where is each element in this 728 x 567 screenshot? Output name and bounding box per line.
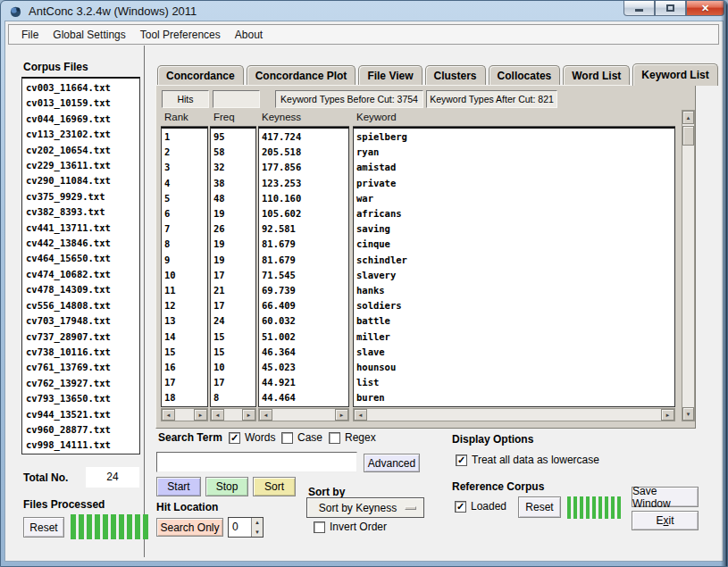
freq-cell[interactable]: 17 bbox=[213, 268, 255, 283]
freq-hscrollbar[interactable]: ◄ ► bbox=[210, 408, 256, 421]
freq-cell[interactable]: 15 bbox=[213, 329, 255, 345]
corpus-file-item[interactable]: cv703_17948.txt bbox=[26, 313, 139, 329]
vscroll-thumb[interactable] bbox=[682, 126, 694, 146]
keyness-cell[interactable]: 46.364 bbox=[262, 345, 348, 360]
tab[interactable]: Collocates bbox=[489, 65, 561, 86]
keyword-cell[interactable]: hounsou bbox=[356, 360, 674, 375]
corpus-file-item[interactable]: cv290_11084.txt bbox=[26, 173, 139, 188]
freq-cell[interactable]: 24 bbox=[213, 313, 255, 329]
corpus-file-item[interactable]: cv441_13711.txt bbox=[26, 221, 139, 236]
freq-list[interactable]: 95583238481926191917211724151510178 bbox=[210, 127, 256, 407]
keyword-cell[interactable]: slavery bbox=[356, 268, 674, 283]
keyword-cell[interactable]: slave bbox=[356, 345, 674, 360]
corpus-file-item[interactable]: cv229_13611.txt bbox=[26, 158, 139, 173]
tab[interactable]: Clusters bbox=[425, 65, 486, 86]
corpus-file-item[interactable]: cv944_13521.txt bbox=[26, 407, 139, 422]
tab[interactable]: File View bbox=[358, 65, 422, 86]
rank-cell[interactable]: 7 bbox=[164, 221, 207, 237]
freq-cell[interactable]: 95 bbox=[213, 129, 255, 145]
files-processed-reset-button[interactable]: Reset bbox=[23, 517, 64, 538]
corpus-file-item[interactable]: cv202_10654.txt bbox=[26, 143, 139, 158]
keyword-cell[interactable]: battle bbox=[356, 313, 674, 329]
keyword-cell[interactable]: amistad bbox=[356, 160, 674, 175]
keyword-vscrollbar[interactable]: ▲ ▼ bbox=[682, 110, 695, 421]
corpus-files-list[interactable]: cv003_11664.txtcv013_10159.txtcv044_1696… bbox=[21, 77, 140, 454]
rank-cell[interactable]: 16 bbox=[164, 360, 207, 375]
hit-location-spinner[interactable]: 0 ▲ ▼ bbox=[228, 517, 264, 538]
keyness-cell[interactable]: 417.724 bbox=[262, 129, 348, 145]
rank-cell[interactable]: 17 bbox=[164, 375, 207, 390]
keyword-cell[interactable]: saving bbox=[356, 221, 674, 237]
corpus-file-item[interactable]: cv013_10159.txt bbox=[26, 96, 139, 111]
corpus-file-item[interactable]: cv113_23102.txt bbox=[26, 127, 139, 142]
regex-checkbox[interactable] bbox=[329, 432, 340, 444]
keyword-hscrollbar[interactable]: ◄ ► bbox=[353, 408, 675, 421]
freq-cell[interactable]: 15 bbox=[213, 345, 255, 360]
tab[interactable]: Concordance bbox=[157, 65, 244, 86]
keyness-cell[interactable]: 44.464 bbox=[262, 390, 348, 405]
rank-cell[interactable]: 13 bbox=[164, 313, 207, 329]
keyword-cell[interactable]: schindler bbox=[356, 253, 674, 268]
freq-cell[interactable]: 38 bbox=[213, 176, 255, 191]
corpus-file-item[interactable]: cv960_28877.txt bbox=[26, 422, 139, 438]
scroll-left-icon[interactable]: ◄ bbox=[211, 409, 224, 421]
keyness-cell[interactable]: 45.023 bbox=[262, 360, 348, 375]
scroll-right-icon[interactable]: ► bbox=[335, 409, 348, 421]
corpus-file-item[interactable]: cv761_13769.txt bbox=[26, 360, 139, 375]
lowercase-checkbox[interactable]: ✓ bbox=[456, 454, 467, 466]
keyness-cell[interactable]: 81.679 bbox=[262, 237, 348, 252]
scroll-right-icon[interactable]: ► bbox=[242, 409, 255, 421]
stop-button[interactable]: Stop bbox=[205, 477, 248, 496]
corpus-file-item[interactable]: cv738_10116.txt bbox=[26, 345, 139, 360]
column-header-freq[interactable]: Freq bbox=[210, 110, 256, 127]
keyword-cell[interactable]: spielberg bbox=[356, 129, 674, 145]
rank-cell[interactable]: 3 bbox=[164, 160, 207, 175]
keyword-cell[interactable]: war bbox=[356, 191, 674, 206]
keyness-cell[interactable]: 60.032 bbox=[262, 313, 348, 329]
rank-cell[interactable]: 12 bbox=[164, 298, 207, 313]
scroll-left-icon[interactable]: ◄ bbox=[354, 409, 367, 421]
search-only-button[interactable]: Search Only bbox=[156, 518, 223, 537]
tab[interactable]: Keyword List bbox=[632, 63, 717, 86]
start-button[interactable]: Start bbox=[156, 477, 201, 496]
keyword-cell[interactable]: buren bbox=[356, 390, 674, 405]
close-button[interactable]: ✕ bbox=[686, 1, 724, 16]
freq-cell[interactable]: 32 bbox=[213, 160, 255, 175]
scroll-down-icon[interactable]: ▼ bbox=[682, 407, 694, 421]
corpus-file-item[interactable]: cv382_8393.txt bbox=[26, 204, 139, 220]
corpus-file-item[interactable]: cv737_28907.txt bbox=[26, 329, 139, 345]
rank-cell[interactable]: 11 bbox=[164, 283, 207, 298]
scroll-right-icon[interactable]: ► bbox=[194, 409, 207, 421]
freq-cell[interactable]: 21 bbox=[213, 283, 255, 298]
scroll-right-icon[interactable]: ► bbox=[661, 409, 674, 421]
rank-cell[interactable]: 14 bbox=[164, 329, 207, 345]
corpus-file-item[interactable]: cv556_14808.txt bbox=[26, 298, 139, 313]
spinner-down-icon[interactable]: ▼ bbox=[252, 528, 263, 538]
rank-list[interactable]: 123456789101112131415161718 bbox=[161, 127, 208, 407]
keyword-cell[interactable]: miller bbox=[356, 329, 674, 345]
corpus-file-item[interactable]: cv375_9929.txt bbox=[26, 189, 139, 204]
freq-cell[interactable]: 8 bbox=[213, 390, 255, 405]
rank-cell[interactable]: 15 bbox=[164, 345, 207, 360]
rank-hscrollbar[interactable]: ◄ ► bbox=[161, 408, 208, 421]
loaded-checkbox[interactable]: ✓ bbox=[455, 501, 466, 513]
scroll-left-icon[interactable]: ◄ bbox=[162, 409, 175, 421]
corpus-file-item[interactable]: cv044_16969.txt bbox=[26, 112, 139, 127]
keyness-cell[interactable]: 123.253 bbox=[262, 176, 348, 191]
keyword-cell[interactable]: list bbox=[356, 375, 674, 390]
corpus-file-item[interactable]: cv474_10682.txt bbox=[26, 267, 139, 282]
reference-corpus-reset-button[interactable]: Reset bbox=[518, 496, 561, 518]
rank-cell[interactable]: 8 bbox=[164, 237, 207, 252]
advanced-button[interactable]: Advanced bbox=[364, 454, 420, 472]
keyness-cell[interactable]: 69.739 bbox=[262, 283, 348, 298]
keyword-cell[interactable]: africans bbox=[356, 206, 674, 221]
rank-cell[interactable]: 18 bbox=[164, 390, 207, 405]
menu-item[interactable]: About bbox=[228, 27, 270, 43]
rank-cell[interactable]: 1 bbox=[164, 129, 207, 145]
keyword-cell[interactable]: soldiers bbox=[356, 298, 674, 313]
keyword-cell[interactable]: private bbox=[356, 176, 674, 191]
keyness-cell[interactable]: 71.545 bbox=[262, 268, 348, 283]
freq-cell[interactable]: 19 bbox=[213, 237, 255, 252]
rank-cell[interactable]: 10 bbox=[164, 268, 207, 283]
scroll-left-icon[interactable]: ◄ bbox=[259, 409, 272, 421]
